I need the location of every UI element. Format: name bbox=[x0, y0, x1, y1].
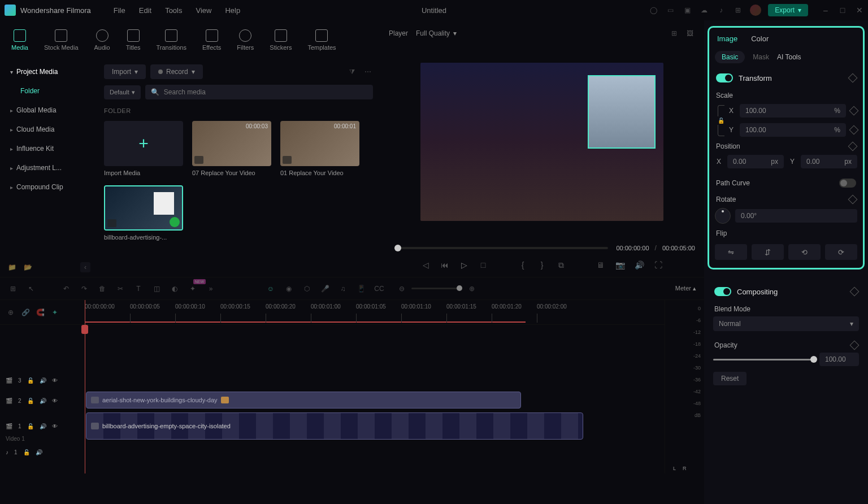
subtab-basic[interactable]: Basic bbox=[715, 51, 745, 63]
keyframe-icon[interactable] bbox=[850, 341, 860, 350]
menu-edit[interactable]: Edit bbox=[139, 6, 151, 15]
timeline-clip[interactable]: billboard-advertising-empty-space-city-i… bbox=[86, 412, 583, 440]
new-bin-icon[interactable]: 📂 bbox=[23, 262, 33, 272]
caption-icon[interactable]: CC bbox=[374, 284, 384, 294]
sidebar-item-folder[interactable]: Folder bbox=[0, 81, 97, 101]
library-icon[interactable]: ▣ bbox=[682, 5, 692, 15]
face-icon[interactable]: ☺ bbox=[266, 284, 276, 294]
layout-icon[interactable]: ⊞ bbox=[669, 28, 679, 38]
keyframe-icon[interactable] bbox=[848, 73, 858, 83]
scale-x-input[interactable]: 100.00% bbox=[740, 104, 846, 118]
rotate-input[interactable]: 0.00° bbox=[735, 209, 857, 223]
display-icon[interactable]: 🖥 bbox=[596, 260, 606, 270]
sidebar-item-compound-clip[interactable]: ▸Compound Clip bbox=[0, 177, 97, 197]
selection-overlay[interactable] bbox=[588, 75, 656, 149]
mic-icon[interactable]: 🎤 bbox=[320, 284, 330, 294]
snapshot-button[interactable]: 📷 bbox=[615, 260, 625, 270]
keyframe-icon[interactable] bbox=[850, 287, 860, 297]
play-button[interactable]: ▷ bbox=[459, 260, 469, 270]
keyframe-icon[interactable] bbox=[848, 142, 858, 151]
track-header[interactable]: 🎬3🔓🔊👁 bbox=[0, 370, 84, 390]
close-button[interactable]: ✕ bbox=[856, 6, 863, 14]
media-item[interactable]: 00:00:03 07 Replace Your Video bbox=[192, 121, 271, 176]
menu-file[interactable]: File bbox=[114, 6, 125, 15]
marker-icon[interactable]: ⬡ bbox=[302, 284, 312, 294]
auto-icon[interactable]: ✦ bbox=[50, 307, 60, 318]
delete-button[interactable]: 🗑 bbox=[97, 284, 107, 294]
pointer-icon[interactable]: ↖ bbox=[26, 284, 36, 294]
lock-icon[interactable]: 🔓 bbox=[27, 423, 34, 429]
lock-icon[interactable]: 🔓 bbox=[27, 377, 34, 384]
cloud-icon[interactable]: ☁ bbox=[699, 5, 709, 15]
blend-mode-dropdown[interactable]: Normal▾ bbox=[713, 316, 859, 331]
mute-icon[interactable]: 🔊 bbox=[40, 423, 46, 429]
undo-button[interactable]: ↶ bbox=[61, 284, 71, 294]
eye-icon[interactable]: 👁 bbox=[52, 423, 58, 429]
opacity-slider[interactable] bbox=[713, 359, 814, 360]
scale-y-input[interactable]: 100.00% bbox=[740, 123, 846, 137]
flip-vertical-button[interactable]: ⇵ bbox=[752, 244, 784, 260]
add-track-icon[interactable]: ⊕ bbox=[6, 307, 16, 318]
sidebar-item-cloud-media[interactable]: ▸Cloud Media bbox=[0, 120, 97, 139]
more-tools-icon[interactable]: » bbox=[206, 284, 216, 294]
magnet-icon[interactable]: 🧲 bbox=[35, 307, 45, 318]
minimize-button[interactable]: – bbox=[822, 6, 830, 14]
search-field[interactable] bbox=[164, 88, 367, 96]
media-item-import[interactable]: + Import Media bbox=[104, 121, 183, 176]
tab-filters[interactable]: Filters bbox=[235, 25, 256, 55]
music-icon[interactable]: ♫ bbox=[338, 284, 348, 294]
export-button[interactable]: Export▾ bbox=[768, 4, 808, 16]
menu-tools[interactable]: Tools bbox=[165, 6, 182, 15]
step-back-button[interactable]: ⏮ bbox=[440, 260, 450, 270]
transform-toggle[interactable] bbox=[716, 73, 733, 82]
rotate-cw-button[interactable]: ⟳ bbox=[825, 244, 857, 260]
mute-icon[interactable]: 🔊 bbox=[40, 398, 46, 404]
volume-button[interactable]: 🔊 bbox=[634, 260, 644, 270]
tab-media[interactable]: Media bbox=[9, 25, 31, 55]
crop-icon[interactable]: ⧉ bbox=[556, 260, 566, 270]
scrub-bar[interactable] bbox=[394, 247, 608, 249]
prev-frame-button[interactable]: ◁ bbox=[420, 260, 431, 270]
timeline-clip[interactable]: aerial-shot-new-york-buildings-cloudy-da… bbox=[86, 392, 521, 409]
sidebar-item-adjustment-layer[interactable]: ▸Adjustment L... bbox=[0, 158, 97, 177]
more-icon[interactable]: ⋯ bbox=[363, 67, 373, 77]
timeline-ruler[interactable]: 00:00:00:00 00:00:00:05 00:00:00:10 00:0… bbox=[85, 300, 665, 325]
sidebar-item-project-media[interactable]: ▾Project Media bbox=[0, 62, 97, 81]
position-y-input[interactable]: 0.00px bbox=[801, 155, 857, 168]
mark-out-button[interactable]: } bbox=[537, 260, 547, 270]
mute-icon[interactable]: 🔊 bbox=[40, 377, 46, 384]
preview-viewport[interactable] bbox=[387, 46, 697, 237]
compositing-toggle[interactable] bbox=[714, 287, 731, 296]
subtab-ai-tools[interactable]: AI Tools bbox=[777, 53, 801, 61]
new-folder-icon[interactable]: 📁 bbox=[7, 262, 17, 272]
text-icon[interactable]: T bbox=[133, 284, 144, 294]
media-item-selected[interactable]: billboard-advertising-... bbox=[104, 185, 183, 241]
maximize-button[interactable]: □ bbox=[839, 6, 847, 14]
tab-transitions[interactable]: Transitions bbox=[154, 25, 189, 55]
link-scale-icon[interactable]: 🔓 bbox=[718, 118, 724, 124]
menu-help[interactable]: Help bbox=[225, 6, 240, 15]
redo-button[interactable]: ↷ bbox=[79, 284, 89, 294]
media-item[interactable]: 00:00:01 01 Replace Your Video bbox=[280, 121, 359, 176]
stop-button[interactable]: □ bbox=[478, 260, 488, 270]
menu-view[interactable]: View bbox=[196, 6, 211, 15]
crop-tool-icon[interactable]: ◫ bbox=[151, 284, 162, 294]
lock-icon[interactable]: 🔓 bbox=[27, 398, 34, 404]
tab-stickers[interactable]: Stickers bbox=[267, 25, 294, 55]
ai-tool-icon[interactable]: ✦ bbox=[188, 284, 198, 294]
record-button[interactable]: Record▾ bbox=[150, 64, 203, 79]
sidebar-item-global-media[interactable]: ▸Global Media bbox=[0, 101, 97, 120]
tab-effects[interactable]: Effects bbox=[200, 25, 223, 55]
split-button[interactable]: ✂ bbox=[115, 284, 125, 294]
quality-dropdown[interactable]: Full Quality▾ bbox=[416, 29, 457, 37]
zoom-slider[interactable] bbox=[411, 288, 462, 289]
eye-icon[interactable]: 👁 bbox=[52, 398, 58, 404]
sort-dropdown[interactable]: Default▾ bbox=[104, 85, 141, 99]
reset-button[interactable]: Reset bbox=[713, 372, 747, 385]
headphones-icon[interactable]: ♪ bbox=[716, 5, 726, 15]
rotate-ccw-button[interactable]: ⟲ bbox=[788, 244, 821, 260]
eye-icon[interactable]: 👁 bbox=[52, 377, 58, 384]
meter-toggle[interactable]: Meter ▴ bbox=[675, 285, 696, 292]
mute-icon[interactable]: 🔊 bbox=[36, 449, 42, 455]
tab-templates[interactable]: Templates bbox=[305, 25, 338, 55]
